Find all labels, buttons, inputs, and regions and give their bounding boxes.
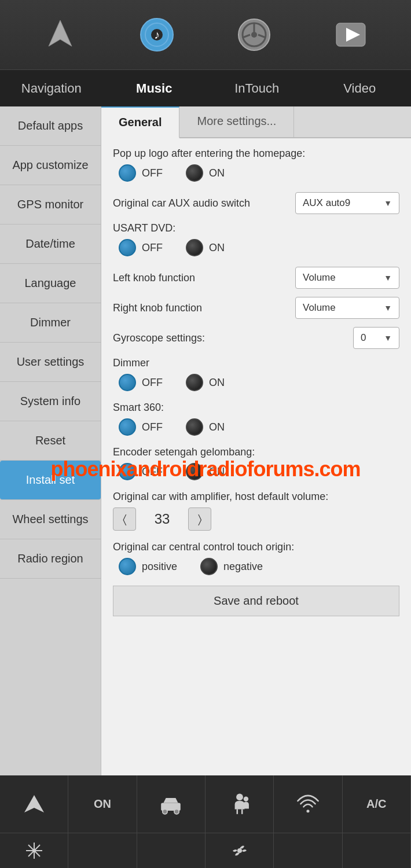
smart360-on-label: ON bbox=[209, 421, 225, 433]
bottom-empty-2 bbox=[137, 833, 206, 868]
sidebar-item-install-set[interactable]: Install set bbox=[0, 461, 101, 500]
svg-point-26 bbox=[237, 848, 242, 853]
encoder-off-radio[interactable] bbox=[119, 463, 136, 480]
bottom-empty-3 bbox=[274, 833, 342, 868]
tab-general[interactable]: General bbox=[101, 106, 179, 138]
popup-logo-on[interactable]: ON bbox=[186, 164, 225, 182]
popup-logo-off[interactable]: OFF bbox=[119, 164, 163, 182]
sidebar-item-reset[interactable]: Reset bbox=[0, 421, 101, 461]
dimmer-off[interactable]: OFF bbox=[119, 374, 163, 391]
popup-logo-toggle: OFF ON bbox=[113, 164, 399, 182]
usart-dvd-off-label: OFF bbox=[142, 242, 163, 254]
right-knob-arrow: ▼ bbox=[384, 303, 392, 312]
smart360-toggle: OFF ON bbox=[113, 418, 399, 436]
dimmer-on-label: ON bbox=[209, 377, 225, 389]
usart-dvd-on[interactable]: ON bbox=[186, 239, 225, 256]
sidebar-item-gps-monitor[interactable]: GPS monitor bbox=[0, 185, 101, 225]
settings-content: Pop up logo after entering the homepage:… bbox=[101, 138, 411, 626]
tab-navigation[interactable]: Navigation bbox=[0, 69, 103, 106]
bottom-bar: ON bbox=[0, 775, 411, 868]
encoder-off[interactable]: OFF bbox=[119, 463, 163, 480]
save-reboot-button[interactable]: Save and reboot bbox=[113, 586, 399, 616]
sidebar-item-radio-region[interactable]: Radio region bbox=[0, 539, 101, 579]
touch-negative-label: negative bbox=[223, 561, 263, 573]
aux-label: Original car AUX audio switch bbox=[113, 197, 250, 209]
usart-dvd-on-radio[interactable] bbox=[186, 239, 203, 256]
sidebar-item-user-settings[interactable]: User settings bbox=[0, 343, 101, 382]
smart360-on[interactable]: ON bbox=[186, 418, 225, 436]
right-knob-setting: Right knob function Volume ▼ bbox=[113, 297, 399, 319]
usart-dvd-label: USART DVD: bbox=[113, 222, 399, 234]
popup-logo-on-radio[interactable] bbox=[186, 164, 203, 182]
intouch-icon[interactable] bbox=[231, 12, 277, 58]
sidebar-item-date-time[interactable]: Date/time bbox=[0, 225, 101, 264]
usart-dvd-setting: USART DVD: OFF ON bbox=[113, 222, 399, 256]
encoder-toggle: OFF ON bbox=[113, 463, 399, 480]
bottom-empty-4 bbox=[343, 833, 411, 868]
tab-music[interactable]: Music bbox=[103, 69, 206, 106]
smart360-off[interactable]: OFF bbox=[119, 418, 163, 436]
svg-marker-0 bbox=[49, 20, 72, 46]
svg-point-7 bbox=[251, 32, 257, 38]
popup-logo-off-radio[interactable] bbox=[119, 164, 136, 182]
aux-dropdown-arrow: ▼ bbox=[384, 198, 392, 208]
touch-positive[interactable]: positive bbox=[119, 558, 177, 575]
svg-marker-15 bbox=[164, 798, 178, 803]
bottom-row2 bbox=[0, 833, 411, 868]
sidebar-item-app-customize[interactable]: App customize bbox=[0, 146, 101, 185]
encoder-on-radio[interactable] bbox=[186, 463, 203, 480]
on-button[interactable]: ON bbox=[68, 775, 137, 833]
navigation-icon[interactable] bbox=[37, 12, 83, 58]
snowflake-button[interactable] bbox=[0, 833, 68, 868]
amplifier-setting: Original car with amplifier, host defaul… bbox=[113, 491, 399, 531]
wifi-icon-button[interactable] bbox=[274, 775, 342, 833]
smart360-label: Smart 360: bbox=[113, 402, 399, 414]
tab-video[interactable]: Video bbox=[309, 69, 412, 106]
usart-dvd-off-radio[interactable] bbox=[119, 239, 136, 256]
bottom-empty-1 bbox=[68, 833, 137, 868]
smart360-on-radio[interactable] bbox=[186, 418, 203, 436]
video-icon[interactable] bbox=[328, 12, 374, 58]
sidebar-item-system-info[interactable]: System info bbox=[0, 382, 101, 421]
sidebar-item-wheel-settings[interactable]: Wheel settings bbox=[0, 500, 101, 539]
touch-negative[interactable]: negative bbox=[200, 558, 263, 575]
smart360-off-radio[interactable] bbox=[119, 418, 136, 436]
dimmer-on-radio[interactable] bbox=[186, 374, 203, 391]
svg-point-19 bbox=[243, 796, 248, 801]
main-area: Default apps App customize GPS monitor D… bbox=[0, 106, 411, 775]
aux-dropdown[interactable]: AUX auto9 ▼ bbox=[295, 192, 399, 214]
touch-negative-radio[interactable] bbox=[200, 558, 218, 575]
right-knob-dropdown[interactable]: Volume ▼ bbox=[295, 297, 399, 319]
smart360-setting: Smart 360: OFF ON bbox=[113, 402, 399, 436]
usart-dvd-off[interactable]: OFF bbox=[119, 239, 163, 256]
car-icon-button[interactable] bbox=[137, 775, 206, 833]
touch-positive-radio[interactable] bbox=[119, 558, 136, 575]
encoder-off-label: OFF bbox=[142, 466, 163, 478]
content-panel: General More settings... Pop up logo aft… bbox=[101, 106, 411, 775]
dimmer-on[interactable]: ON bbox=[186, 374, 225, 391]
fan-button[interactable] bbox=[206, 833, 274, 868]
encoder-on[interactable]: ON bbox=[186, 463, 225, 480]
dimmer-setting: Dimmer OFF ON bbox=[113, 357, 399, 391]
encoder-setting: Encoder setengah gelombang: OFF ON bbox=[113, 446, 399, 480]
volume-increase-btn[interactable]: 〉 bbox=[188, 507, 211, 531]
volume-decrease-btn[interactable]: 〈 bbox=[113, 507, 136, 531]
gyroscope-dropdown[interactable]: 0 ▼ bbox=[353, 327, 399, 349]
sidebar-item-dimmer[interactable]: Dimmer bbox=[0, 303, 101, 343]
tab-more-settings[interactable]: More settings... bbox=[179, 106, 294, 137]
tab-intouch[interactable]: InTouch bbox=[206, 69, 309, 106]
popup-logo-on-label: ON bbox=[209, 167, 225, 179]
sidebar-item-language[interactable]: Language bbox=[0, 264, 101, 303]
right-knob-value: Volume bbox=[303, 302, 336, 314]
volume-counter: 〈 33 〉 bbox=[113, 507, 399, 531]
dimmer-off-radio[interactable] bbox=[119, 374, 136, 391]
encoder-label: Encoder setengah gelombang: bbox=[113, 446, 399, 458]
seat-icon-button[interactable] bbox=[206, 775, 274, 833]
sidebar-item-default-apps[interactable]: Default apps bbox=[0, 106, 101, 146]
left-knob-dropdown[interactable]: Volume ▼ bbox=[295, 267, 399, 289]
up-button[interactable] bbox=[0, 775, 68, 833]
music-icon[interactable]: ♪ bbox=[134, 12, 180, 58]
touch-origin-setting: Original car central control touch origi… bbox=[113, 541, 399, 575]
touch-origin-label: Original car central control touch origi… bbox=[113, 541, 399, 553]
ac-button[interactable]: A/C bbox=[343, 775, 411, 833]
